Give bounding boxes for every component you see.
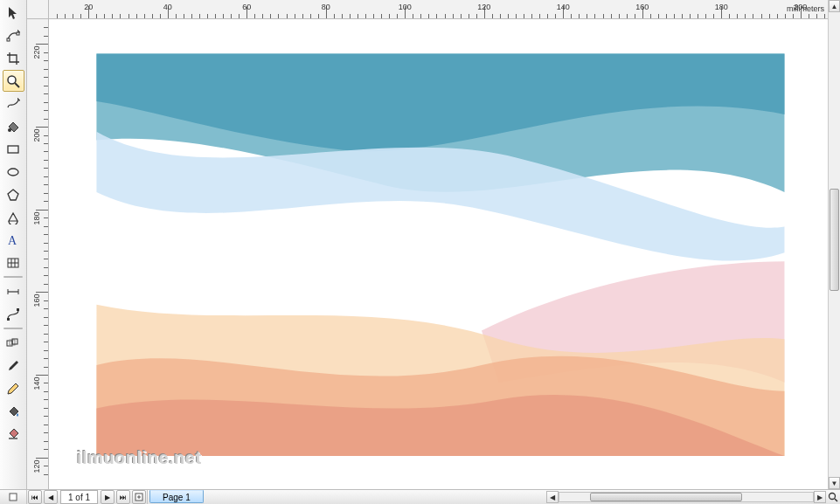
prev-page-button[interactable]: ◀	[44, 490, 58, 504]
basic-shapes-icon	[6, 211, 20, 224]
polygon-tool[interactable]	[3, 183, 24, 205]
text-icon: A	[6, 233, 20, 247]
smart-fill-tool[interactable]	[3, 115, 24, 137]
text-tool[interactable]: A	[3, 229, 24, 251]
ruler-tick-label: 80	[322, 3, 330, 11]
svg-marker-7	[8, 190, 18, 200]
scroll-track-vertical[interactable]	[829, 12, 840, 477]
svg-rect-23	[10, 494, 17, 501]
eyedropper-icon	[6, 359, 20, 373]
connector-icon	[6, 307, 20, 321]
blend-icon	[6, 336, 20, 350]
ruler-tick-label: 40	[163, 3, 172, 11]
ellipse-tool[interactable]	[3, 161, 24, 183]
ruler-tick-label: 160	[635, 3, 649, 11]
navigator-icon	[828, 492, 838, 502]
freehand-icon	[6, 97, 20, 111]
rectangle-tool[interactable]	[3, 138, 24, 160]
scroll-right-button[interactable]: ▶	[814, 491, 826, 503]
ruler-tick-label: 140	[557, 3, 570, 11]
pick-tool[interactable]	[3, 2, 24, 24]
toolbox-separator	[3, 328, 23, 329]
ellipse-icon	[6, 165, 20, 179]
horizontal-scrollbar: ◀ ▶	[546, 491, 826, 503]
last-page-button[interactable]: ⏭	[116, 490, 130, 504]
statusbar-corner	[0, 490, 27, 504]
horizontal-ruler[interactable]: millimeters 20406080100120140160180200	[49, 0, 828, 19]
page-navigator: ⏮ ◀ 1 of 1 ▶ ⏭	[27, 490, 148, 504]
ruler-tick-label: 140	[31, 376, 40, 390]
outline-pen-icon	[6, 382, 20, 396]
dimension-icon	[6, 285, 20, 299]
svg-point-27	[830, 494, 836, 500]
page-tab[interactable]: Page 1	[149, 490, 204, 503]
ruler-tick-label: 180	[715, 3, 728, 11]
fill-tool[interactable]	[3, 400, 24, 422]
ruler-tick-label: 160	[31, 294, 40, 307]
first-page-button[interactable]: ⏮	[28, 490, 42, 504]
svg-point-2	[8, 76, 16, 84]
rectangle-icon	[6, 142, 20, 156]
scroll-track-horizontal[interactable]	[559, 492, 814, 502]
ruler-origin[interactable]	[27, 0, 49, 19]
interactive-fill-tool[interactable]	[3, 423, 24, 445]
ruler-tick-label: 60	[242, 3, 251, 11]
ruler-tick-label: 120	[31, 459, 40, 473]
dimension-tool[interactable]	[3, 280, 24, 302]
drawing-canvas[interactable]: ilmuonline.net	[49, 19, 828, 489]
toolbox-separator	[3, 276, 23, 278]
table-icon	[6, 256, 20, 270]
navigator-button[interactable]	[826, 492, 840, 502]
scroll-left-button[interactable]: ◀	[546, 491, 559, 503]
canvas-artwork	[49, 19, 828, 478]
ruler-tick-label: 20	[84, 3, 93, 11]
ruler-tick-label: 220	[31, 46, 40, 59]
magnifier-icon	[6, 74, 20, 88]
ruler-tick-label: 100	[399, 3, 412, 11]
page-icon	[9, 493, 17, 501]
fill-bucket-icon	[6, 404, 20, 418]
svg-point-6	[8, 169, 18, 176]
polygon-icon	[6, 188, 20, 202]
ruler-tick-label: 200	[31, 129, 40, 142]
blend-tool[interactable]	[3, 332, 24, 354]
status-bar: ⏮ ◀ 1 of 1 ▶ ⏭ Page 1 ◀ ▶	[0, 489, 840, 504]
outline-pen-tool[interactable]	[3, 377, 24, 399]
ruler-unit-label-v: millimeters	[27, 450, 29, 487]
vertical-scrollbar: ▲ ▼	[828, 0, 840, 489]
svg-point-4	[8, 128, 11, 132]
cursor-arrow-icon	[6, 6, 20, 20]
next-page-button[interactable]: ▶	[101, 490, 115, 504]
connector-tool[interactable]	[3, 303, 24, 325]
freehand-tool[interactable]	[3, 93, 24, 114]
ruler-tick-label: 200	[794, 3, 807, 11]
scroll-up-button[interactable]: ▲	[829, 0, 840, 12]
shape-tool[interactable]	[3, 24, 24, 46]
basic-shapes-tool[interactable]	[3, 206, 24, 228]
svg-rect-0	[7, 38, 10, 41]
ruler-tick-label: 120	[477, 3, 490, 11]
color-eyedropper-tool[interactable]	[3, 355, 24, 376]
svg-line-28	[835, 499, 837, 501]
scroll-thumb-horizontal[interactable]	[590, 493, 742, 501]
interactive-fill-icon	[6, 427, 20, 441]
svg-rect-5	[8, 146, 18, 153]
vertical-ruler[interactable]: millimeters 220200180160140120	[27, 19, 49, 489]
add-page-button[interactable]	[132, 490, 146, 504]
zoom-tool[interactable]	[3, 70, 24, 92]
toolbox: A	[0, 0, 27, 489]
svg-rect-16	[7, 318, 10, 321]
scroll-down-button[interactable]: ▼	[829, 477, 840, 489]
page-counter: 1 of 1	[60, 490, 98, 504]
svg-line-3	[15, 83, 19, 87]
node-edit-icon	[6, 29, 20, 43]
crop-icon	[6, 52, 20, 66]
smart-fill-icon	[6, 120, 20, 134]
ruler-tick-label: 180	[31, 211, 40, 224]
svg-text:A: A	[8, 234, 17, 247]
svg-rect-17	[17, 308, 19, 311]
table-tool[interactable]	[3, 252, 24, 273]
scroll-thumb-vertical[interactable]	[830, 189, 839, 291]
crop-tool[interactable]	[3, 47, 24, 69]
plus-page-icon	[135, 493, 143, 501]
